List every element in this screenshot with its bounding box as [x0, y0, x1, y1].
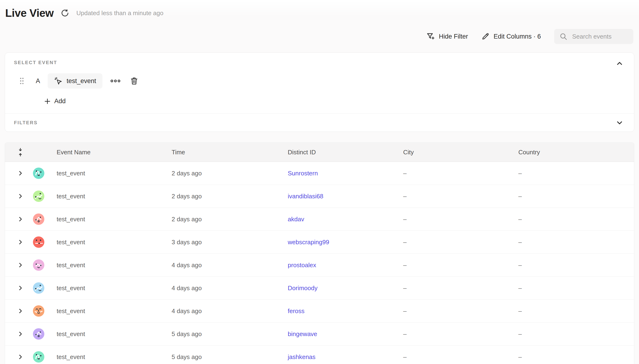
cell-distinct-id: akdav	[283, 216, 398, 223]
table-row: test_event 4 days ago prostoalex – –	[5, 254, 634, 277]
updated-status: Updated less than a minute ago	[76, 10, 163, 17]
avatar-cell	[28, 236, 50, 248]
column-header-country[interactable]: Country	[514, 149, 634, 156]
column-header-time[interactable]: Time	[167, 149, 283, 156]
avatar-cell	[28, 190, 50, 202]
hide-filter-button[interactable]: Hide Filter	[427, 32, 468, 41]
event-selector-chip[interactable]: test_event	[48, 73, 102, 88]
cell-country: –	[514, 170, 634, 177]
row-expand-button[interactable]	[5, 331, 28, 337]
distinct-id-link[interactable]: bingewave	[288, 330, 317, 338]
add-event-button[interactable]: Add	[44, 98, 66, 105]
refresh-button[interactable]	[60, 8, 70, 18]
row-expand-button[interactable]	[5, 285, 28, 291]
cell-event-name: test_event	[50, 330, 167, 338]
cell-country: –	[514, 193, 634, 200]
avatar	[33, 328, 44, 340]
more-options-icon[interactable]	[110, 78, 121, 84]
table-body: test_event 2 days ago Sunrostern – – tes…	[5, 162, 634, 364]
trash-icon[interactable]	[130, 76, 138, 86]
table-row: test_event 5 days ago jashkenas – –	[5, 346, 634, 364]
distinct-id-link[interactable]: jashkenas	[288, 353, 315, 360]
table-row: test_event 2 days ago Sunrostern – –	[5, 162, 634, 185]
cell-time: 4 days ago	[167, 308, 283, 315]
event-row: A test_event	[14, 73, 624, 88]
step-letter: A	[36, 78, 40, 85]
collapse-section-button[interactable]	[615, 60, 623, 68]
cell-distinct-id: bingewave	[283, 330, 398, 338]
avatar-cell	[28, 328, 50, 340]
cell-event-name: test_event	[50, 284, 167, 292]
cell-distinct-id: Sunrostern	[283, 170, 398, 177]
edit-columns-button[interactable]: Edit Columns · 6	[481, 32, 541, 41]
chevron-right-icon	[17, 354, 24, 360]
avatar	[33, 190, 44, 202]
cell-country: –	[514, 353, 634, 361]
distinct-id-link[interactable]: feross	[288, 308, 305, 314]
avatar	[33, 214, 44, 225]
cell-city: –	[398, 170, 514, 177]
avatar-cell	[28, 260, 50, 271]
cell-event-name: test_event	[50, 170, 167, 177]
cell-time: 2 days ago	[167, 216, 283, 223]
row-expand-button[interactable]	[5, 354, 28, 360]
row-expand-button[interactable]	[5, 216, 28, 222]
cell-distinct-id: feross	[283, 308, 398, 315]
search-events-input[interactable]	[572, 33, 628, 40]
avatar	[33, 351, 44, 362]
table-row: test_event 5 days ago bingewave – –	[5, 322, 634, 346]
select-event-section: SELECT EVENT A	[5, 53, 634, 113]
expand-filters-button[interactable]	[615, 119, 623, 127]
cell-city: –	[398, 308, 514, 315]
avatar-cell	[28, 168, 50, 179]
chevron-right-icon	[17, 285, 24, 291]
distinct-id-link[interactable]: webscraping99	[288, 238, 329, 246]
search-events-box[interactable]	[554, 29, 633, 44]
cell-event-name: test_event	[50, 216, 167, 223]
cell-distinct-id: Dorimoody	[283, 284, 398, 292]
distinct-id-link[interactable]: akdav	[288, 216, 304, 223]
select-event-label: SELECT EVENT	[14, 60, 624, 65]
table-row: test_event 2 days ago ivandiblasi68 – –	[5, 185, 634, 208]
avatar	[33, 168, 44, 179]
cell-distinct-id: ivandiblasi68	[283, 193, 398, 200]
chevron-right-icon	[17, 262, 24, 268]
cell-distinct-id: webscraping99	[283, 238, 398, 246]
column-header-city[interactable]: City	[398, 149, 514, 156]
row-expand-button[interactable]	[5, 239, 28, 245]
cell-event-name: test_event	[50, 353, 167, 361]
column-header-distinct-id[interactable]: Distinct ID	[283, 149, 398, 156]
cursor-click-icon	[54, 76, 63, 86]
cell-country: –	[514, 284, 634, 292]
row-expand-button[interactable]	[5, 170, 28, 176]
row-expand-button[interactable]	[5, 308, 28, 314]
chevron-right-icon	[17, 193, 24, 199]
filter-plus-icon	[427, 32, 435, 41]
cell-country: –	[514, 308, 634, 315]
chevron-right-icon	[17, 216, 24, 222]
avatar-cell	[28, 351, 50, 362]
collapse-all-button[interactable]	[5, 148, 28, 157]
distinct-id-link[interactable]: ivandiblasi68	[288, 193, 323, 200]
cell-distinct-id: jashkenas	[283, 353, 398, 361]
cell-time: 3 days ago	[167, 238, 283, 246]
pencil-icon	[481, 32, 490, 41]
distinct-id-link[interactable]: Sunrostern	[288, 170, 318, 177]
table-header-row: Event Name Time Distinct ID City Country	[5, 143, 634, 162]
cell-country: –	[514, 216, 634, 223]
cell-event-name: test_event	[50, 308, 167, 315]
distinct-id-link[interactable]: Dorimoody	[288, 284, 318, 292]
table-row: test_event 3 days ago webscraping99 – –	[5, 231, 634, 254]
cell-time: 4 days ago	[167, 284, 283, 292]
filters-section[interactable]: FILTERS	[5, 114, 634, 132]
collapse-vertical-icon	[17, 148, 24, 157]
column-header-event-name[interactable]: Event Name	[50, 149, 167, 156]
table-row: test_event 4 days ago Dorimoody – –	[5, 277, 634, 300]
drag-handle-icon[interactable]	[19, 77, 25, 85]
row-expand-button[interactable]	[5, 193, 28, 199]
distinct-id-link[interactable]: prostoalex	[288, 262, 316, 268]
cell-city: –	[398, 216, 514, 223]
cell-time: 5 days ago	[167, 330, 283, 338]
row-expand-button[interactable]	[5, 262, 28, 268]
toolbar: Hide Filter Edit Columns · 6	[427, 29, 633, 44]
